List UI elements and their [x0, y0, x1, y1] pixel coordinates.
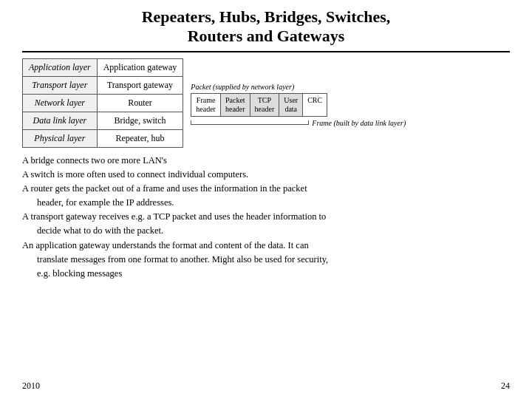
- body-line: A switch is more often used to connect i…: [22, 168, 510, 181]
- device-cell: Transport gateway: [97, 76, 183, 94]
- body-line: A bridge connects two ore more LAN's: [22, 154, 510, 167]
- box-tcp-header: TCPheader: [250, 94, 280, 116]
- body-line: header, for example the IP addresses.: [22, 196, 510, 209]
- slide-title: Repeaters, Hubs, Bridges, Switches, Rout…: [22, 7, 510, 47]
- packet-diagram-area: Packet (supplied by network layer) Frame…: [191, 58, 406, 148]
- device-cell: Router: [97, 94, 183, 112]
- footer-right: 24: [501, 381, 510, 392]
- body-line: A transport gateway receives e.g. a TCP …: [22, 210, 510, 223]
- device-cell: Bridge, switch: [97, 112, 183, 129]
- body-line: e.g. blocking messages: [22, 267, 510, 280]
- device-cell: Application gateway: [97, 58, 183, 76]
- footer: 2010 24: [22, 381, 510, 392]
- layer-cell: Physical layer: [23, 129, 98, 147]
- layer-cell: Network layer: [23, 94, 98, 112]
- title-line1: Repeaters, Hubs, Bridges, Switches,: [142, 7, 391, 26]
- frame-label: Frame (built by data link layer): [191, 119, 406, 127]
- layer-cell: Data link layer: [23, 112, 98, 129]
- body-line: translate messages from one format to an…: [22, 253, 510, 266]
- layer-cell: Application layer: [23, 58, 98, 76]
- layer-device-table: Application layerApplication gatewayTran…: [22, 58, 183, 148]
- layer-cell: Transport layer: [23, 76, 98, 94]
- packet-label: Packet (supplied by network layer): [191, 83, 294, 91]
- box-frame-header: Frameheader: [191, 94, 221, 116]
- body-line: An application gateway understands the f…: [22, 239, 510, 252]
- body-line: decide what to do with the packet.: [22, 224, 510, 237]
- frame-boxes: Frameheader Packetheader TCPheader Userd…: [191, 93, 327, 117]
- box-packet-header: Packetheader: [221, 94, 250, 116]
- footer-left: 2010: [22, 381, 40, 392]
- device-cell: Repeater, hub: [97, 129, 183, 147]
- frame-label-text: Frame (built by data link layer): [312, 119, 406, 127]
- body-line: A router gets the packet out of a frame …: [22, 182, 510, 195]
- box-crc: CRC: [303, 94, 327, 116]
- box-user-data: Userdata: [279, 94, 303, 116]
- body-text-area: A bridge connects two ore more LAN'sA sw…: [22, 154, 510, 378]
- title-line2: Routers and Gateways: [188, 27, 345, 45]
